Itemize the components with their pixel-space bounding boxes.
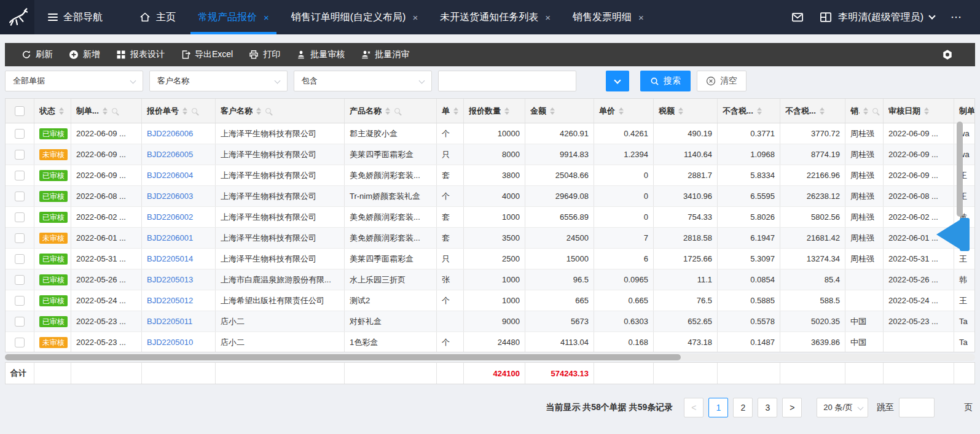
tab-close-icon[interactable]: × bbox=[545, 12, 551, 23]
header-cell-status[interactable]: 状态 bbox=[34, 99, 71, 123]
expand-filters-button[interactable] bbox=[606, 71, 629, 91]
tab-4[interactable]: 销售发票明细× bbox=[562, 0, 655, 34]
select-all-checkbox[interactable] bbox=[15, 106, 25, 116]
header-cell-unit[interactable]: 单. bbox=[437, 99, 464, 123]
quote-number-link[interactable]: BJD2205014 bbox=[147, 254, 193, 263]
toolbar-button-refresh[interactable]: 刷新 bbox=[14, 43, 61, 66]
header-cell-quote_no[interactable]: 报价单号 bbox=[142, 99, 216, 123]
user-menu[interactable]: 李明清(超级管理员) bbox=[820, 11, 935, 24]
horizontal-scrollbar[interactable] bbox=[5, 354, 975, 361]
sort-icon[interactable] bbox=[385, 107, 390, 115]
quote-number-link[interactable]: BJD2206003 bbox=[147, 192, 193, 201]
table-row[interactable]: 已审核2022-05-24 ...BJD2205012上海希望出版社有限责任公司… bbox=[6, 290, 975, 311]
header-cell-nt_amount[interactable]: 不含税... bbox=[780, 99, 845, 123]
row-checkbox[interactable] bbox=[15, 171, 25, 180]
header-cell-price[interactable]: 单价 bbox=[594, 99, 654, 123]
tab-home[interactable]: 主页 bbox=[128, 0, 187, 34]
table-row[interactable]: 已审核2022-06-02 ...BJD2206002上海泽平生物科技有限公司美… bbox=[6, 207, 975, 228]
sort-icon[interactable] bbox=[550, 107, 555, 115]
collapse-panel-handle[interactable] bbox=[936, 218, 974, 251]
clear-button[interactable]: 清空 bbox=[697, 71, 747, 91]
quote-number-link[interactable]: BJD2206004 bbox=[147, 171, 193, 180]
sort-icon[interactable] bbox=[678, 107, 683, 115]
tab-close-icon[interactable]: × bbox=[638, 12, 644, 23]
sort-icon[interactable] bbox=[863, 107, 868, 115]
jump-page-input[interactable] bbox=[899, 398, 935, 417]
quote-number-link[interactable]: BJD2206005 bbox=[147, 150, 193, 159]
toolbar-button-stamp[interactable]: 批量审核 bbox=[288, 43, 353, 66]
row-checkbox[interactable] bbox=[15, 275, 25, 285]
tab-close-icon[interactable]: × bbox=[412, 12, 418, 23]
page-size-select[interactable]: 20 条/页 bbox=[817, 398, 868, 417]
sort-icon[interactable] bbox=[103, 107, 108, 115]
sort-icon[interactable] bbox=[59, 107, 64, 115]
quote-number-link[interactable]: BJD2205013 bbox=[147, 275, 193, 284]
row-checkbox[interactable] bbox=[15, 317, 25, 327]
table-row[interactable]: 已审核2022-05-31 ...BJD2205014上海泽平生物科技有限公司美… bbox=[6, 249, 975, 269]
quote-number-link[interactable]: BJD2205011 bbox=[147, 317, 192, 326]
header-cell-tax[interactable]: 税额 bbox=[654, 99, 718, 123]
column-search-icon[interactable] bbox=[265, 108, 271, 114]
row-checkbox[interactable] bbox=[15, 192, 25, 201]
tab-close-icon[interactable]: × bbox=[264, 12, 269, 23]
row-checkbox[interactable] bbox=[15, 338, 25, 347]
prev-page-button[interactable]: < bbox=[684, 398, 704, 417]
column-search-icon[interactable] bbox=[192, 108, 197, 114]
toolbar-button-plus[interactable]: 新增 bbox=[61, 43, 108, 66]
gear-icon[interactable] bbox=[942, 49, 953, 60]
sort-icon[interactable] bbox=[924, 107, 929, 115]
page-button-2[interactable]: 2 bbox=[733, 398, 753, 417]
horizontal-scrollbar-thumb[interactable] bbox=[5, 354, 681, 360]
tab-3[interactable]: 未开送货通知任务列表× bbox=[429, 0, 562, 34]
toolbar-button-export[interactable]: 导出Excel bbox=[173, 43, 241, 66]
sort-icon[interactable] bbox=[256, 107, 261, 115]
table-row[interactable]: 未审核2022-06-09 ...BJD2206005上海泽平生物科技有限公司美… bbox=[6, 144, 975, 165]
header-cell-sales[interactable]: 销. bbox=[845, 99, 884, 123]
table-row[interactable]: 已审核2022-06-09 ...BJD2206004上海泽平生物科技有限公司美… bbox=[6, 165, 975, 186]
search-button[interactable]: 搜索 bbox=[640, 71, 691, 91]
row-checkbox[interactable] bbox=[15, 254, 25, 264]
next-page-button[interactable]: > bbox=[782, 398, 802, 417]
sort-icon[interactable] bbox=[504, 107, 509, 115]
tab-1[interactable]: 常规产品报价× bbox=[187, 0, 280, 34]
header-cell-qty[interactable]: 报价数量 bbox=[464, 99, 525, 123]
column-search-icon[interactable] bbox=[112, 108, 117, 114]
field-select[interactable]: 客户名称 bbox=[149, 71, 288, 91]
sort-icon[interactable] bbox=[619, 107, 624, 115]
header-cell-customer[interactable]: 客户名称 bbox=[216, 99, 345, 123]
more-menu[interactable]: ⋯ bbox=[951, 10, 963, 24]
toolbar-button-grid[interactable]: 报表设计 bbox=[108, 43, 173, 66]
quote-number-link[interactable]: BJD2206002 bbox=[147, 212, 193, 222]
row-checkbox[interactable] bbox=[15, 296, 25, 306]
table-row[interactable]: 未审核2022-06-01 ...BJD2206001上海泽平生物科技有限公司美… bbox=[6, 228, 975, 249]
quote-number-link[interactable]: BJD2205010 bbox=[147, 338, 193, 347]
sort-icon[interactable] bbox=[182, 107, 187, 115]
tab-2[interactable]: 销售订单明细(自定义布局)× bbox=[280, 0, 429, 34]
header-cell-audit_date[interactable]: 审核日期 bbox=[884, 99, 954, 123]
row-checkbox[interactable] bbox=[15, 150, 25, 160]
header-cell-product[interactable]: 产品名称 bbox=[345, 99, 437, 123]
row-checkbox[interactable] bbox=[15, 212, 25, 222]
header-cell-amount[interactable]: 金额 bbox=[525, 99, 594, 123]
quote-number-link[interactable]: BJD2205012 bbox=[147, 296, 193, 305]
all-nav-menu[interactable]: 全部导航 bbox=[34, 11, 119, 24]
table-row[interactable]: 未审核2022-05-23 ...BJD2205010店小二1色彩盒个24480… bbox=[6, 332, 975, 352]
toolbar-button-print[interactable]: 打印 bbox=[241, 43, 288, 66]
page-button-3[interactable]: 3 bbox=[758, 398, 777, 417]
toolbar-button-stamp-x[interactable]: 批量消审 bbox=[353, 43, 417, 66]
table-row[interactable]: 已审核2022-05-26 ...BJD2205013上海市白鹿温泉旅游股份有限… bbox=[6, 269, 975, 290]
mail-icon[interactable] bbox=[791, 11, 804, 23]
quote-number-link[interactable]: BJD2206006 bbox=[147, 129, 193, 138]
column-search-icon[interactable] bbox=[872, 108, 878, 114]
sort-icon[interactable] bbox=[757, 107, 762, 115]
column-search-icon[interactable] bbox=[394, 108, 400, 114]
header-cell-make_date[interactable]: 制单... bbox=[71, 99, 142, 123]
sort-icon[interactable] bbox=[453, 107, 458, 115]
table-row[interactable]: 已审核2022-06-09 ...BJD2206006上海泽平生物科技有限公司郡… bbox=[6, 123, 975, 144]
page-button-1[interactable]: 1 bbox=[708, 398, 728, 417]
row-checkbox[interactable] bbox=[15, 233, 25, 243]
table-row[interactable]: 已审核2022-05-23 ...BJD2205011店小二对虾礼盒900056… bbox=[6, 311, 975, 332]
keyword-input[interactable] bbox=[438, 71, 576, 91]
vertical-scrollbar[interactable] bbox=[957, 122, 963, 217]
operator-select[interactable]: 包含 bbox=[294, 71, 432, 91]
